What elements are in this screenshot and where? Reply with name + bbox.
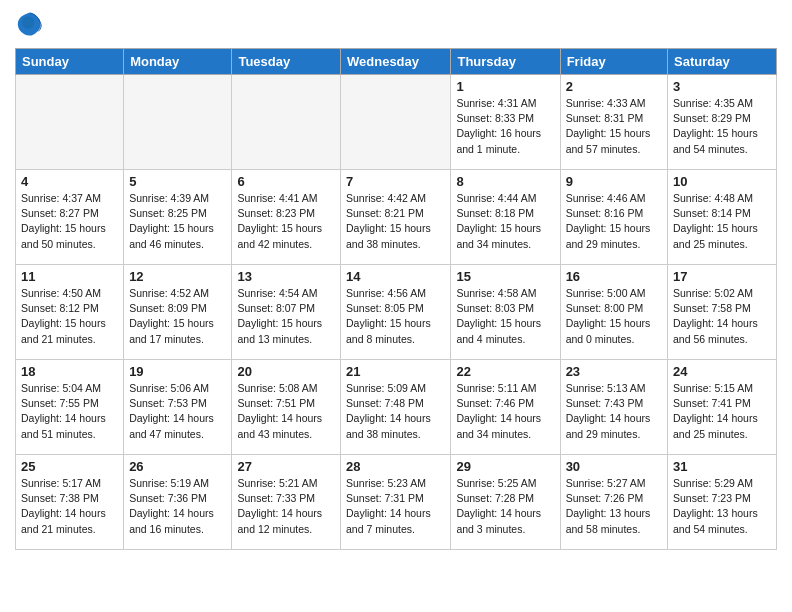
day-info: Sunrise: 4:44 AMSunset: 8:18 PMDaylight:…	[456, 191, 554, 252]
day-number: 31	[673, 459, 771, 474]
week-row-4: 18Sunrise: 5:04 AMSunset: 7:55 PMDayligh…	[16, 360, 777, 455]
calendar-cell: 18Sunrise: 5:04 AMSunset: 7:55 PMDayligh…	[16, 360, 124, 455]
day-number: 23	[566, 364, 662, 379]
calendar-cell: 6Sunrise: 4:41 AMSunset: 8:23 PMDaylight…	[232, 170, 341, 265]
day-info: Sunrise: 5:11 AMSunset: 7:46 PMDaylight:…	[456, 381, 554, 442]
column-header-wednesday: Wednesday	[341, 49, 451, 75]
calendar-cell: 10Sunrise: 4:48 AMSunset: 8:14 PMDayligh…	[668, 170, 777, 265]
calendar-cell: 13Sunrise: 4:54 AMSunset: 8:07 PMDayligh…	[232, 265, 341, 360]
day-info: Sunrise: 5:09 AMSunset: 7:48 PMDaylight:…	[346, 381, 445, 442]
calendar-cell: 7Sunrise: 4:42 AMSunset: 8:21 PMDaylight…	[341, 170, 451, 265]
calendar-cell: 28Sunrise: 5:23 AMSunset: 7:31 PMDayligh…	[341, 455, 451, 550]
calendar-cell: 17Sunrise: 5:02 AMSunset: 7:58 PMDayligh…	[668, 265, 777, 360]
day-info: Sunrise: 5:25 AMSunset: 7:28 PMDaylight:…	[456, 476, 554, 537]
calendar-cell	[16, 75, 124, 170]
column-header-monday: Monday	[124, 49, 232, 75]
day-number: 24	[673, 364, 771, 379]
week-row-1: 1Sunrise: 4:31 AMSunset: 8:33 PMDaylight…	[16, 75, 777, 170]
calendar-cell: 12Sunrise: 4:52 AMSunset: 8:09 PMDayligh…	[124, 265, 232, 360]
day-info: Sunrise: 4:56 AMSunset: 8:05 PMDaylight:…	[346, 286, 445, 347]
day-info: Sunrise: 4:33 AMSunset: 8:31 PMDaylight:…	[566, 96, 662, 157]
day-info: Sunrise: 4:42 AMSunset: 8:21 PMDaylight:…	[346, 191, 445, 252]
day-info: Sunrise: 4:37 AMSunset: 8:27 PMDaylight:…	[21, 191, 118, 252]
day-info: Sunrise: 5:13 AMSunset: 7:43 PMDaylight:…	[566, 381, 662, 442]
calendar-header-row: SundayMondayTuesdayWednesdayThursdayFrid…	[16, 49, 777, 75]
calendar-cell: 24Sunrise: 5:15 AMSunset: 7:41 PMDayligh…	[668, 360, 777, 455]
day-number: 8	[456, 174, 554, 189]
day-number: 18	[21, 364, 118, 379]
week-row-5: 25Sunrise: 5:17 AMSunset: 7:38 PMDayligh…	[16, 455, 777, 550]
day-info: Sunrise: 4:48 AMSunset: 8:14 PMDaylight:…	[673, 191, 771, 252]
day-number: 26	[129, 459, 226, 474]
calendar-table: SundayMondayTuesdayWednesdayThursdayFrid…	[15, 48, 777, 550]
day-number: 6	[237, 174, 335, 189]
calendar-cell: 4Sunrise: 4:37 AMSunset: 8:27 PMDaylight…	[16, 170, 124, 265]
day-number: 5	[129, 174, 226, 189]
day-number: 12	[129, 269, 226, 284]
day-number: 10	[673, 174, 771, 189]
day-number: 7	[346, 174, 445, 189]
day-number: 28	[346, 459, 445, 474]
day-info: Sunrise: 4:58 AMSunset: 8:03 PMDaylight:…	[456, 286, 554, 347]
page-header	[15, 10, 777, 38]
week-row-3: 11Sunrise: 4:50 AMSunset: 8:12 PMDayligh…	[16, 265, 777, 360]
day-number: 21	[346, 364, 445, 379]
calendar-cell: 26Sunrise: 5:19 AMSunset: 7:36 PMDayligh…	[124, 455, 232, 550]
day-number: 14	[346, 269, 445, 284]
calendar-cell: 19Sunrise: 5:06 AMSunset: 7:53 PMDayligh…	[124, 360, 232, 455]
day-info: Sunrise: 5:00 AMSunset: 8:00 PMDaylight:…	[566, 286, 662, 347]
calendar-cell: 21Sunrise: 5:09 AMSunset: 7:48 PMDayligh…	[341, 360, 451, 455]
day-info: Sunrise: 4:52 AMSunset: 8:09 PMDaylight:…	[129, 286, 226, 347]
calendar-cell: 29Sunrise: 5:25 AMSunset: 7:28 PMDayligh…	[451, 455, 560, 550]
calendar-cell: 20Sunrise: 5:08 AMSunset: 7:51 PMDayligh…	[232, 360, 341, 455]
day-info: Sunrise: 4:41 AMSunset: 8:23 PMDaylight:…	[237, 191, 335, 252]
calendar-cell: 2Sunrise: 4:33 AMSunset: 8:31 PMDaylight…	[560, 75, 667, 170]
day-info: Sunrise: 5:23 AMSunset: 7:31 PMDaylight:…	[346, 476, 445, 537]
calendar-cell: 22Sunrise: 5:11 AMSunset: 7:46 PMDayligh…	[451, 360, 560, 455]
calendar-cell: 31Sunrise: 5:29 AMSunset: 7:23 PMDayligh…	[668, 455, 777, 550]
day-info: Sunrise: 5:04 AMSunset: 7:55 PMDaylight:…	[21, 381, 118, 442]
day-number: 11	[21, 269, 118, 284]
day-info: Sunrise: 5:17 AMSunset: 7:38 PMDaylight:…	[21, 476, 118, 537]
day-number: 16	[566, 269, 662, 284]
day-info: Sunrise: 4:50 AMSunset: 8:12 PMDaylight:…	[21, 286, 118, 347]
day-number: 17	[673, 269, 771, 284]
day-info: Sunrise: 5:19 AMSunset: 7:36 PMDaylight:…	[129, 476, 226, 537]
day-info: Sunrise: 4:54 AMSunset: 8:07 PMDaylight:…	[237, 286, 335, 347]
calendar-cell: 30Sunrise: 5:27 AMSunset: 7:26 PMDayligh…	[560, 455, 667, 550]
day-number: 30	[566, 459, 662, 474]
calendar-cell: 15Sunrise: 4:58 AMSunset: 8:03 PMDayligh…	[451, 265, 560, 360]
day-info: Sunrise: 4:31 AMSunset: 8:33 PMDaylight:…	[456, 96, 554, 157]
day-info: Sunrise: 5:21 AMSunset: 7:33 PMDaylight:…	[237, 476, 335, 537]
day-info: Sunrise: 5:06 AMSunset: 7:53 PMDaylight:…	[129, 381, 226, 442]
day-number: 19	[129, 364, 226, 379]
day-info: Sunrise: 5:27 AMSunset: 7:26 PMDaylight:…	[566, 476, 662, 537]
day-number: 3	[673, 79, 771, 94]
day-info: Sunrise: 5:29 AMSunset: 7:23 PMDaylight:…	[673, 476, 771, 537]
calendar-cell: 11Sunrise: 4:50 AMSunset: 8:12 PMDayligh…	[16, 265, 124, 360]
calendar-cell: 1Sunrise: 4:31 AMSunset: 8:33 PMDaylight…	[451, 75, 560, 170]
day-info: Sunrise: 4:35 AMSunset: 8:29 PMDaylight:…	[673, 96, 771, 157]
logo	[15, 10, 47, 38]
calendar-cell: 14Sunrise: 4:56 AMSunset: 8:05 PMDayligh…	[341, 265, 451, 360]
calendar-cell: 23Sunrise: 5:13 AMSunset: 7:43 PMDayligh…	[560, 360, 667, 455]
calendar-cell: 5Sunrise: 4:39 AMSunset: 8:25 PMDaylight…	[124, 170, 232, 265]
day-number: 22	[456, 364, 554, 379]
calendar-cell: 25Sunrise: 5:17 AMSunset: 7:38 PMDayligh…	[16, 455, 124, 550]
week-row-2: 4Sunrise: 4:37 AMSunset: 8:27 PMDaylight…	[16, 170, 777, 265]
day-info: Sunrise: 4:39 AMSunset: 8:25 PMDaylight:…	[129, 191, 226, 252]
day-number: 25	[21, 459, 118, 474]
day-number: 9	[566, 174, 662, 189]
day-info: Sunrise: 5:02 AMSunset: 7:58 PMDaylight:…	[673, 286, 771, 347]
column-header-friday: Friday	[560, 49, 667, 75]
column-header-tuesday: Tuesday	[232, 49, 341, 75]
day-number: 13	[237, 269, 335, 284]
calendar-cell: 27Sunrise: 5:21 AMSunset: 7:33 PMDayligh…	[232, 455, 341, 550]
column-header-thursday: Thursday	[451, 49, 560, 75]
calendar-cell	[124, 75, 232, 170]
day-info: Sunrise: 5:15 AMSunset: 7:41 PMDaylight:…	[673, 381, 771, 442]
calendar-cell: 3Sunrise: 4:35 AMSunset: 8:29 PMDaylight…	[668, 75, 777, 170]
logo-icon	[15, 10, 43, 38]
day-info: Sunrise: 5:08 AMSunset: 7:51 PMDaylight:…	[237, 381, 335, 442]
day-number: 4	[21, 174, 118, 189]
